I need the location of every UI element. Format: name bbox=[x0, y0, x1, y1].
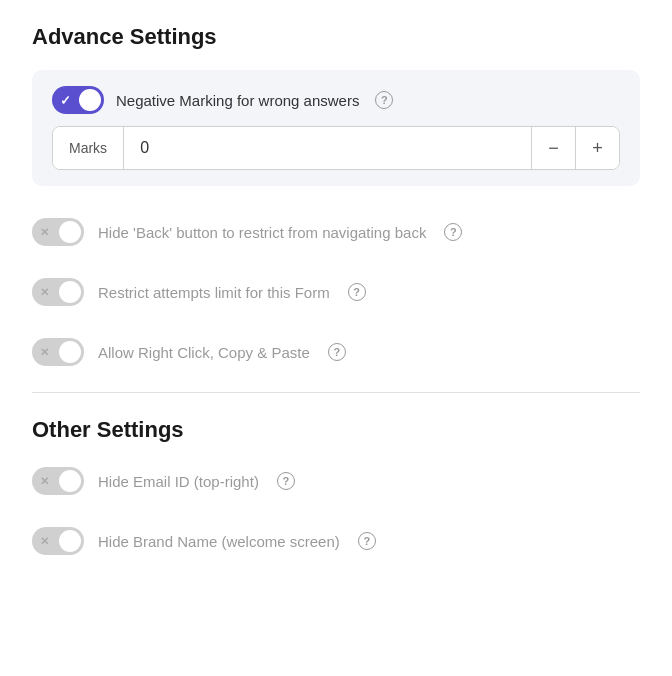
allow-right-click-help-icon[interactable]: ? bbox=[328, 343, 346, 361]
hide-email-toggle[interactable]: ✕ bbox=[32, 467, 84, 495]
hide-back-button-toggle[interactable]: ✕ bbox=[32, 218, 84, 246]
hide-brand-toggle[interactable]: ✕ bbox=[32, 527, 84, 555]
allow-right-click-toggle[interactable]: ✕ bbox=[32, 338, 84, 366]
toggle-off-icon: ✕ bbox=[40, 226, 49, 239]
toggle-off-icon-5: ✕ bbox=[40, 535, 49, 548]
restrict-attempts-toggle[interactable]: ✕ bbox=[32, 278, 84, 306]
restrict-attempts-item: ✕ Restrict attempts limit for this Form … bbox=[32, 262, 640, 322]
hide-email-help-icon[interactable]: ? bbox=[277, 472, 295, 490]
marks-increment-button[interactable]: + bbox=[575, 127, 619, 169]
marks-input-row: Marks 0 − + bbox=[52, 126, 620, 170]
marks-label: Marks bbox=[53, 127, 124, 169]
negative-marking-row: ✓ Negative Marking for wrong answers ? bbox=[52, 86, 620, 114]
restrict-attempts-help-icon[interactable]: ? bbox=[348, 283, 366, 301]
hide-back-button-item: ✕ Hide 'Back' button to restrict from na… bbox=[32, 202, 640, 262]
hide-brand-help-icon[interactable]: ? bbox=[358, 532, 376, 550]
toggle-check-icon: ✓ bbox=[60, 93, 71, 108]
negative-marking-label: Negative Marking for wrong answers bbox=[116, 92, 359, 109]
toggle-off-icon-2: ✕ bbox=[40, 286, 49, 299]
other-settings-list: ✕ Hide Email ID (top-right) ? ✕ Hide Bra… bbox=[32, 451, 640, 571]
toggle-off-icon-3: ✕ bbox=[40, 346, 49, 359]
marks-decrement-button[interactable]: − bbox=[531, 127, 575, 169]
toggle-off-icon-4: ✕ bbox=[40, 475, 49, 488]
marks-value: 0 bbox=[124, 139, 531, 157]
allow-right-click-item: ✕ Allow Right Click, Copy & Paste ? bbox=[32, 322, 640, 382]
hide-back-button-label: Hide 'Back' button to restrict from navi… bbox=[98, 224, 426, 241]
hide-email-item: ✕ Hide Email ID (top-right) ? bbox=[32, 451, 640, 511]
hide-brand-item: ✕ Hide Brand Name (welcome screen) ? bbox=[32, 511, 640, 571]
section-divider bbox=[32, 392, 640, 393]
other-settings-title: Other Settings bbox=[32, 417, 640, 443]
advance-settings-list: ✕ Hide 'Back' button to restrict from na… bbox=[32, 202, 640, 382]
hide-brand-label: Hide Brand Name (welcome screen) bbox=[98, 533, 340, 550]
allow-right-click-label: Allow Right Click, Copy & Paste bbox=[98, 344, 310, 361]
negative-marking-help-icon[interactable]: ? bbox=[375, 91, 393, 109]
restrict-attempts-label: Restrict attempts limit for this Form bbox=[98, 284, 330, 301]
negative-marking-card: ✓ Negative Marking for wrong answers ? M… bbox=[32, 70, 640, 186]
advance-settings-title: Advance Settings bbox=[32, 24, 640, 50]
negative-marking-toggle[interactable]: ✓ bbox=[52, 86, 104, 114]
hide-back-button-help-icon[interactable]: ? bbox=[444, 223, 462, 241]
hide-email-label: Hide Email ID (top-right) bbox=[98, 473, 259, 490]
